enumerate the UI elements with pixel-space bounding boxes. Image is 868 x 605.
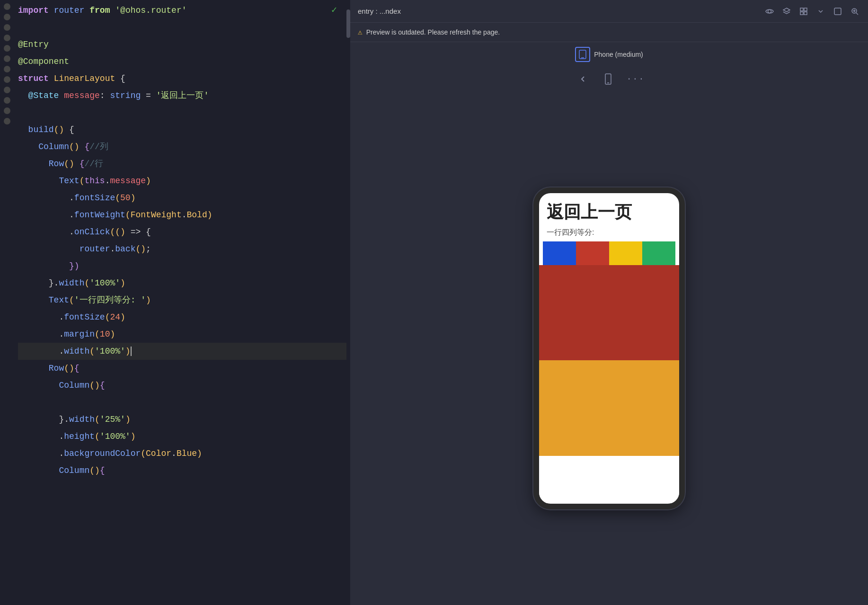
phone-frame: 返回上一页 一行四列等分:: [533, 187, 685, 509]
token-bold-val: Bold: [187, 206, 207, 223]
token-import-path: '@ohos.router': [115, 2, 186, 19]
preview-window-icon[interactable]: [832, 6, 843, 17]
code-line-24: [18, 394, 346, 411]
svg-rect-5: [834, 8, 841, 15]
color-cell-green: [642, 241, 675, 265]
token-margin-val: 10: [100, 326, 110, 343]
token-text-fn: Text: [59, 172, 79, 189]
screen-title: 返回上一页: [539, 193, 679, 226]
token-fontweight: fontWeight: [74, 206, 125, 223]
svg-rect-4: [804, 12, 807, 15]
code-line-17: }. width ( '100%' ): [18, 275, 346, 292]
token-state: @State: [28, 87, 59, 104]
token-col-height-val: '100%': [100, 428, 131, 445]
code-line-27: . backgroundColor ( Color . Blue ): [18, 445, 346, 462]
warning-icon: ⚠: [358, 27, 363, 37]
gutter-icon-8: [4, 76, 10, 83]
token-entry-decorator: @Entry: [18, 36, 49, 53]
color-row: [543, 241, 675, 265]
token-fontsize2: fontSize: [64, 309, 105, 326]
color-block-white: [539, 456, 679, 504]
token-router: router: [54, 2, 85, 19]
code-line-19: . fontSize ( 24 ): [18, 309, 346, 326]
token-back-fn: back: [115, 240, 135, 258]
token-row-label: '一行四列等分: ': [74, 292, 146, 309]
token-fontsize2-val: 24: [110, 309, 120, 326]
code-line-18: Text ( '一行四列等分: ' ): [18, 292, 346, 309]
code-line-21: . width ( '100%' ): [18, 343, 346, 360]
token-message-var: message: [64, 87, 100, 104]
code-line-6: @State message : string = '返回上一页': [18, 87, 346, 104]
phone-device-icon[interactable]: [575, 47, 590, 62]
token-row-fn: Row: [49, 155, 64, 172]
code-line-10: Row () { //行: [18, 155, 346, 172]
preview-chevron-down-icon[interactable]: [815, 6, 826, 17]
code-line-13: . fontWeight ( FontWeight . Bold ): [18, 206, 346, 223]
code-line-15: router . back () ;: [18, 240, 346, 258]
device-name-label: Phone (medium): [594, 51, 643, 58]
token-col3-fn: Column: [59, 462, 89, 479]
gutter-icon-1: [4, 3, 10, 10]
device-rotate-button[interactable]: [601, 71, 618, 88]
code-line-26: . height ( '100%' ): [18, 428, 346, 445]
device-selector[interactable]: Phone (medium): [350, 42, 868, 67]
code-line-3: @Entry: [18, 36, 346, 53]
token-message-value: '返回上一页': [156, 87, 209, 104]
editor-scrollbar-thumb[interactable]: [346, 9, 350, 38]
token-build-fn: build: [28, 121, 54, 138]
svg-rect-3: [800, 12, 803, 15]
token-text-fn2: Text: [49, 292, 69, 309]
code-line-12: . fontSize ( 50 ): [18, 189, 346, 206]
token-col2-fn: Column: [59, 377, 89, 394]
gutter-icon-10: [4, 97, 10, 104]
token-message-prop: message: [110, 172, 146, 189]
text-cursor: [131, 347, 132, 356]
gutter-icon-3: [4, 24, 10, 31]
code-line-1: import router from '@ohos.router': [18, 2, 346, 19]
token-column-fn: Column: [38, 138, 69, 155]
token-col-height: height: [64, 428, 95, 445]
code-line-23: Column () {: [18, 377, 346, 394]
color-block-dark-red: [539, 265, 679, 361]
token-onclick: onClick: [74, 223, 110, 240]
check-mark-icon: ✓: [331, 4, 337, 16]
phone-screen: 返回上一页 一行四列等分:: [539, 193, 679, 504]
outdated-banner-text: Preview is outdated. Please refresh the …: [366, 28, 500, 36]
editor-gutter: [0, 0, 14, 605]
editor-panel: import router from '@ohos.router' @Entry…: [0, 0, 350, 605]
preview-grid-icon[interactable]: [798, 6, 809, 17]
code-line-20: . margin ( 10 ): [18, 326, 346, 343]
svg-rect-1: [800, 8, 803, 11]
svg-point-0: [768, 9, 771, 13]
gutter-icon-5: [4, 45, 10, 52]
token-row-width: width: [59, 275, 84, 292]
preview-panel: entry : ...ndex: [350, 0, 868, 605]
code-editor-content[interactable]: import router from '@ohos.router' @Entry…: [14, 0, 346, 605]
color-block-orange: [539, 360, 679, 456]
phone-preview-area: 返回上一页 一行四列等分:: [350, 91, 868, 605]
token-width2-val: '100%': [95, 343, 125, 360]
token-col-width-val: '25%': [100, 411, 125, 428]
token-classname: LinearLayout: [54, 70, 115, 87]
code-line-16: }): [18, 258, 346, 275]
gutter-icon-9: [4, 87, 10, 93]
gutter-icon-11: [4, 107, 10, 114]
code-line-25: }. width ( '25%' ): [18, 411, 346, 428]
back-button[interactable]: [574, 71, 591, 88]
preview-eye-icon[interactable]: [764, 6, 775, 17]
preview-zoom-icon[interactable]: [849, 6, 860, 17]
token-width2: width: [64, 343, 89, 360]
gutter-icon-6: [4, 55, 10, 62]
main-color-blocks: [539, 265, 679, 504]
token-row-width-val: '100%': [89, 275, 120, 292]
preview-layers-icon[interactable]: [781, 6, 792, 17]
token-from: from: [89, 2, 110, 19]
preview-title: entry : ...ndex: [358, 7, 758, 15]
token-color-enum: Color: [146, 445, 171, 462]
editor-scrollbar[interactable]: [346, 0, 350, 605]
token-col-width: width: [69, 411, 95, 428]
more-options-button[interactable]: ···: [627, 71, 644, 88]
token-import: import: [18, 2, 49, 19]
color-cell-yellow: [609, 241, 642, 265]
token-struct: struct: [18, 70, 49, 87]
